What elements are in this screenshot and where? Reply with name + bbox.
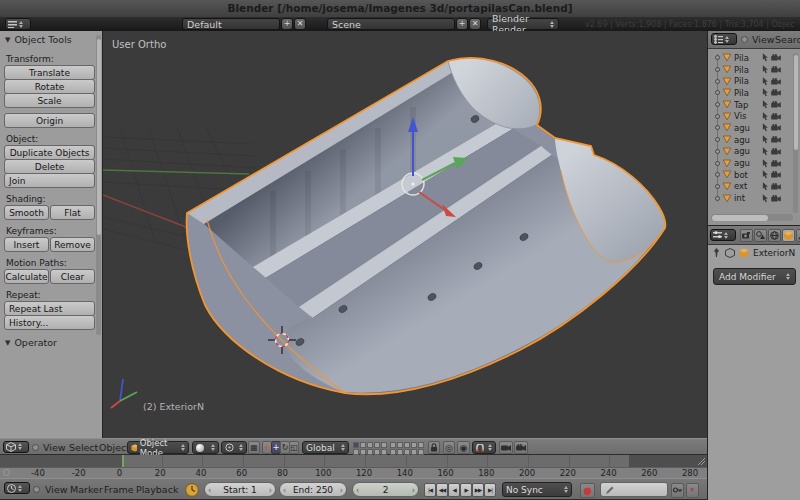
object-name[interactable]: int xyxy=(734,193,754,203)
object-name[interactable]: Pila xyxy=(734,88,754,98)
object-name[interactable]: ext xyxy=(734,181,754,191)
lock-to-scene-toggle[interactable] xyxy=(428,441,440,454)
restrict-render-icon[interactable] xyxy=(771,160,781,167)
history-button[interactable]: History... xyxy=(4,315,95,330)
restrict-select-icon[interactable] xyxy=(762,194,769,203)
restrict-select-icon[interactable] xyxy=(762,77,769,86)
model-exteriorn[interactable] xyxy=(163,41,683,421)
restrict-select-icon[interactable] xyxy=(762,170,769,179)
timeline-menu-playback[interactable]: Playback xyxy=(136,484,178,495)
calculate-button[interactable]: Calculate xyxy=(4,269,49,284)
restrict-render-icon[interactable] xyxy=(771,66,781,73)
editor-type-button-outliner[interactable] xyxy=(711,33,737,45)
object-name[interactable]: Vis xyxy=(734,111,754,121)
outliner-row[interactable]: Pila xyxy=(710,52,794,64)
editor-type-button-3dview[interactable] xyxy=(3,441,29,453)
tab-world[interactable] xyxy=(768,229,781,242)
object-name[interactable]: bot xyxy=(734,170,754,180)
expand-dot-icon[interactable] xyxy=(715,67,720,72)
scrollbar-thumb[interactable] xyxy=(97,39,101,235)
next-keyframe-button[interactable]: ▶▶ xyxy=(472,483,484,497)
close-button[interactable]: × xyxy=(785,1,794,14)
expand-dot-icon[interactable] xyxy=(715,149,720,154)
pivot-align-toggle[interactable]: ▦ xyxy=(248,441,260,454)
outliner-menu-view[interactable]: View xyxy=(752,34,775,45)
properties-editor[interactable]: ExteriorN Add Modifier xyxy=(707,225,800,500)
delete-button[interactable]: Delete xyxy=(4,159,95,174)
outliner-row[interactable]: Pila xyxy=(710,64,794,76)
prev-keyframe-button[interactable]: ◀◀ xyxy=(436,483,448,497)
scale-button[interactable]: Scale xyxy=(4,93,95,108)
opengl-render-button[interactable] xyxy=(499,441,513,454)
expand-dot-icon[interactable] xyxy=(715,55,720,60)
play-button[interactable]: ▶ xyxy=(460,483,472,497)
snap-dropdown[interactable] xyxy=(472,441,496,454)
expand-dot-icon[interactable] xyxy=(715,196,720,201)
expand-dot-icon[interactable] xyxy=(715,184,720,189)
restrict-select-icon[interactable] xyxy=(762,182,769,191)
screen-layout-selector[interactable]: Default xyxy=(182,18,280,30)
start-frame-field[interactable]: ‹ Start: 1 › xyxy=(204,482,276,497)
expand-dot-icon[interactable] xyxy=(715,137,720,142)
viewport-menu-object[interactable]: Object xyxy=(99,442,130,453)
restrict-select-icon[interactable] xyxy=(762,112,769,121)
object-name[interactable]: Pila xyxy=(734,76,754,86)
remove-keyframe-button[interactable]: Remove xyxy=(50,237,95,252)
insert-keyframe-button-tl[interactable] xyxy=(671,483,684,498)
scene-selector[interactable]: Scene xyxy=(327,18,455,30)
header-collapse-dot[interactable] xyxy=(32,444,39,451)
outliner-row[interactable]: Pila xyxy=(710,87,794,99)
tab-object[interactable] xyxy=(782,229,795,242)
layers-grid-2[interactable] xyxy=(390,442,424,455)
object-name[interactable]: agu xyxy=(734,146,754,156)
toolshelf-scrollbar[interactable] xyxy=(96,35,101,335)
render-engine-dropdown[interactable]: Blender Render xyxy=(487,18,559,30)
viewport-menu-view[interactable]: View xyxy=(43,442,66,453)
restrict-select-icon[interactable] xyxy=(762,147,769,156)
sync-dropdown[interactable]: No Sync xyxy=(502,482,572,497)
outliner-vscrollbar[interactable] xyxy=(793,53,798,213)
unlink-scene-button[interactable]: ✕ xyxy=(469,18,481,30)
join-button[interactable]: Join xyxy=(4,173,95,188)
restrict-select-icon[interactable] xyxy=(762,53,769,62)
outliner[interactable]: View Search Pila Pila Pila Pila xyxy=(707,31,800,225)
editor-type-button-properties[interactable] xyxy=(710,229,736,241)
insert-keyframe-button[interactable]: Insert xyxy=(4,237,49,252)
flat-button[interactable]: Flat xyxy=(50,205,95,220)
ruler-knob[interactable] xyxy=(3,469,10,476)
outliner-row[interactable]: Vis xyxy=(710,110,794,122)
restrict-render-icon[interactable] xyxy=(771,78,781,85)
jump-to-start-button[interactable]: |◀ xyxy=(424,483,436,497)
current-frame-line[interactable] xyxy=(122,455,124,467)
expand-dot-icon[interactable] xyxy=(715,102,720,107)
outliner-row[interactable]: agu xyxy=(710,157,794,169)
viewport-shading-dropdown[interactable] xyxy=(192,441,219,454)
restrict-select-icon[interactable] xyxy=(762,159,769,168)
expand-dot-icon[interactable] xyxy=(715,79,720,84)
record-autokey-button[interactable]: ● xyxy=(580,483,595,498)
restrict-render-icon[interactable] xyxy=(771,171,781,178)
keying-set-field[interactable] xyxy=(600,482,668,497)
restrict-render-icon[interactable] xyxy=(771,183,781,190)
minimize-button[interactable]: – xyxy=(752,1,758,14)
object-name[interactable]: Pila xyxy=(734,53,754,63)
restrict-render-icon[interactable] xyxy=(771,195,781,202)
restrict-select-icon[interactable] xyxy=(762,88,769,97)
layers-grid-1[interactable] xyxy=(353,442,387,455)
expand-dot-icon[interactable] xyxy=(715,172,720,177)
collapse-triangle-icon[interactable]: ▼ xyxy=(5,36,10,44)
operator-panel-header[interactable]: ▼ Operator xyxy=(0,337,57,348)
outliner-row[interactable]: agu xyxy=(710,122,794,134)
delete-keyframe-button-tl[interactable]: ✕ xyxy=(686,483,699,498)
restrict-select-icon[interactable] xyxy=(762,100,769,109)
mode-dropdown[interactable]: Object Mode xyxy=(127,441,189,454)
restrict-render-icon[interactable] xyxy=(771,54,781,61)
origin-button[interactable]: Origin xyxy=(4,113,95,128)
outliner-row[interactable]: Tap xyxy=(710,99,794,111)
restrict-render-icon[interactable] xyxy=(771,136,781,143)
restrict-render-icon[interactable] xyxy=(771,89,781,96)
header-collapse-dot[interactable] xyxy=(741,36,748,43)
timeline-ruler[interactable]: -40-200204060801001201401601802002202402… xyxy=(0,455,707,478)
tab-scene[interactable] xyxy=(754,229,767,242)
scale-manipulator-toggle[interactable]: ◱ xyxy=(289,441,299,454)
